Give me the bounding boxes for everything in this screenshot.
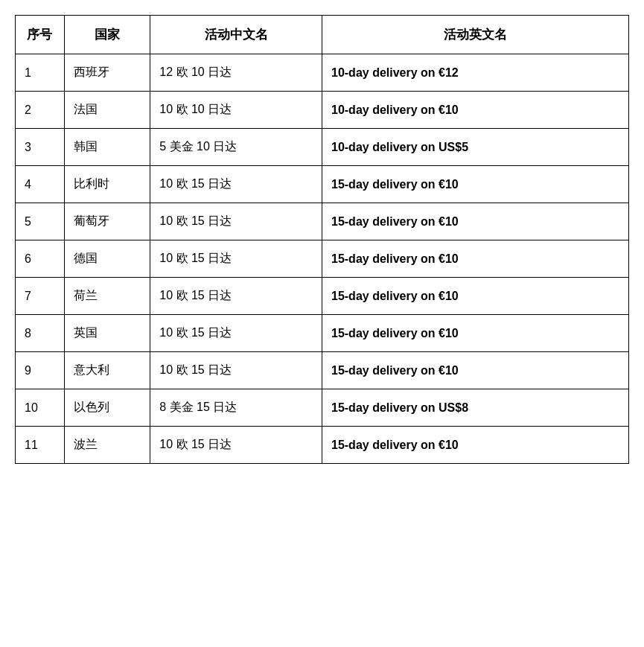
cell-en-name: 15-day delivery on €10	[322, 427, 628, 464]
cell-en-name: 15-day delivery on US$8	[322, 389, 628, 427]
cell-country: 荷兰	[64, 278, 150, 315]
table-header-row: 序号 国家 活动中文名 活动英文名	[16, 16, 629, 54]
cell-en-name: 15-day delivery on €10	[322, 203, 628, 240]
cell-num: 2	[16, 92, 65, 129]
table-row: 11波兰10 欧 15 日达15-day delivery on €10	[16, 427, 629, 464]
cell-country: 比利时	[64, 166, 150, 203]
cell-cn-name: 10 欧 15 日达	[150, 315, 322, 352]
table-row: 4比利时10 欧 15 日达15-day delivery on €10	[16, 166, 629, 203]
cell-country: 意大利	[64, 352, 150, 389]
cell-cn-name: 10 欧 15 日达	[150, 166, 322, 203]
table-row: 10以色列8 美金 15 日达15-day delivery on US$8	[16, 389, 629, 427]
cell-num: 8	[16, 315, 65, 352]
header-country: 国家	[64, 16, 150, 54]
cell-num: 9	[16, 352, 65, 389]
cell-en-name: 15-day delivery on €10	[322, 315, 628, 352]
cell-en-name: 15-day delivery on €10	[322, 278, 628, 315]
cell-country: 葡萄牙	[64, 203, 150, 240]
cell-num: 4	[16, 166, 65, 203]
cell-cn-name: 10 欧 15 日达	[150, 352, 322, 389]
cell-cn-name: 5 美金 10 日达	[150, 129, 322, 166]
table-row: 7荷兰10 欧 15 日达15-day delivery on €10	[16, 278, 629, 315]
cell-cn-name: 10 欧 15 日达	[150, 278, 322, 315]
table-row: 6德国10 欧 15 日达15-day delivery on €10	[16, 240, 629, 278]
cell-country: 波兰	[64, 427, 150, 464]
cell-en-name: 10-day delivery on €10	[322, 92, 628, 129]
cell-country: 以色列	[64, 389, 150, 427]
cell-cn-name: 10 欧 15 日达	[150, 240, 322, 278]
cell-en-name: 15-day delivery on €10	[322, 352, 628, 389]
cell-country: 法国	[64, 92, 150, 129]
cell-en-name: 15-day delivery on €10	[322, 240, 628, 278]
table-row: 9意大利10 欧 15 日达15-day delivery on €10	[16, 352, 629, 389]
cell-cn-name: 10 欧 15 日达	[150, 427, 322, 464]
cell-country: 德国	[64, 240, 150, 278]
cell-cn-name: 12 欧 10 日达	[150, 54, 322, 92]
cell-country: 英国	[64, 315, 150, 352]
table-row: 1西班牙12 欧 10 日达10-day delivery on €12	[16, 54, 629, 92]
cell-num: 11	[16, 427, 65, 464]
cell-country: 韩国	[64, 129, 150, 166]
table-row: 5葡萄牙10 欧 15 日达15-day delivery on €10	[16, 203, 629, 240]
cell-num: 6	[16, 240, 65, 278]
cell-cn-name: 10 欧 10 日达	[150, 92, 322, 129]
header-cn-name: 活动中文名	[150, 16, 322, 54]
cell-num: 10	[16, 389, 65, 427]
header-en-name: 活动英文名	[322, 16, 628, 54]
table-row: 2法国10 欧 10 日达10-day delivery on €10	[16, 92, 629, 129]
activity-table: 序号 国家 活动中文名 活动英文名 1西班牙12 欧 10 日达10-day d…	[15, 15, 629, 464]
header-num: 序号	[16, 16, 65, 54]
table-row: 3韩国5 美金 10 日达10-day delivery on US$5	[16, 129, 629, 166]
cell-num: 5	[16, 203, 65, 240]
cell-cn-name: 8 美金 15 日达	[150, 389, 322, 427]
cell-en-name: 15-day delivery on €10	[322, 166, 628, 203]
table-row: 8英国10 欧 15 日达15-day delivery on €10	[16, 315, 629, 352]
cell-country: 西班牙	[64, 54, 150, 92]
cell-num: 3	[16, 129, 65, 166]
cell-en-name: 10-day delivery on €12	[322, 54, 628, 92]
cell-cn-name: 10 欧 15 日达	[150, 203, 322, 240]
cell-en-name: 10-day delivery on US$5	[322, 129, 628, 166]
cell-num: 1	[16, 54, 65, 92]
cell-num: 7	[16, 278, 65, 315]
